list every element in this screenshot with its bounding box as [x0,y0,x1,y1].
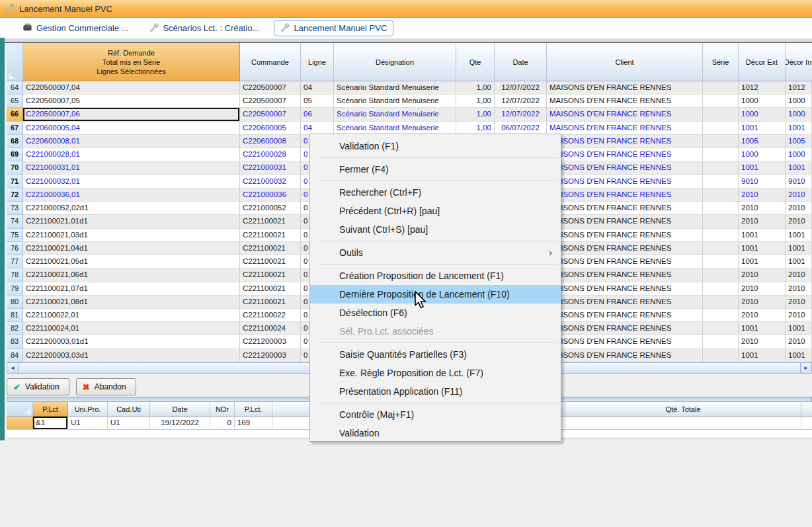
cell-commande[interactable]: C220500007 [240,95,301,108]
cell-decor_ext[interactable]: 1001 [739,349,786,362]
scroll-left-button[interactable]: ◄ [7,363,19,373]
row-number[interactable]: 77 [7,255,23,268]
cell-ref[interactable]: C221000052,02d1 [23,202,240,215]
cell-ref[interactable]: C221100021,08d1 [23,296,240,309]
column-header-nor[interactable]: NOr [210,402,235,417]
cell-client[interactable]: MAISONS D'EN FRANCE RENNES [547,95,703,108]
row-number[interactable] [7,417,33,430]
menu-item[interactable]: Création Proposition de Lancement (F1) [310,266,561,285]
menu-item[interactable]: Présentation Application (F11) [310,382,561,401]
cell-decor_int[interactable]: 2010 [786,215,812,228]
column-header-qte[interactable]: Qte [456,43,495,81]
cell-ref[interactable]: C221000031,01 [23,161,240,175]
row-number[interactable]: 83 [7,335,23,348]
cell-client[interactable]: MAISONS D'EN FRANCE RENNES [547,282,703,296]
cell-decor_ext[interactable]: 1005 [739,135,786,148]
column-header-client[interactable]: Client [547,43,703,81]
cell-commande[interactable]: C221000032 [240,175,301,188]
cell-decor_ext[interactable]: 1001 [739,122,786,135]
cell-client[interactable]: MAISONS D'EN FRANCE RENNES [547,255,703,268]
cell-client[interactable]: MAISONS D'EN FRANCE RENNES [547,309,703,322]
cell-commande[interactable]: C221100021 [240,255,301,268]
cell-decor_ext[interactable]: 1001 [739,161,786,175]
cell-serie[interactable] [703,95,739,108]
cell-decor_ext[interactable]: 2010 [739,282,786,296]
cell-designation[interactable]: Scénario Standard Menuiserie [334,81,456,95]
cell-decor_ext[interactable]: 2010 [739,188,786,202]
cell-ref[interactable]: C221100021,06d1 [23,268,240,282]
cell-decor_ext[interactable]: 2010 [739,296,786,309]
menu-item[interactable]: Désélection (F6) [310,304,561,322]
cell-decor_ext[interactable]: 2010 [739,268,786,282]
column-header-ref-demande[interactable]: Réf. Demande Total mis en Série Lignes S… [23,43,240,81]
cell-ref[interactable]: C221100021,04d1 [23,242,240,255]
cell-ref[interactable]: C221100021,07d1 [23,282,240,296]
cell-date[interactable]: 12/07/2022 [495,81,547,95]
cell-serie[interactable] [703,108,739,121]
cell-client[interactable]: MAISONS D'EN FRANCE RENNES [547,349,703,362]
cell-decor_int[interactable]: 2010 [786,188,812,202]
cell-commande[interactable]: C221100021 [240,242,301,255]
cell-client[interactable]: MAISONS D'EN FRANCE RENNES [547,122,703,135]
cell-commande[interactable]: C221100024 [240,322,301,335]
cell-decor_int[interactable]: 1012 [786,81,812,95]
cell-qte-totale[interactable] [565,417,801,430]
tab-scenarios-lct[interactable]: Scénarios Lct. : Créatio... [143,20,266,36]
cell-plct2[interactable]: 169 [235,417,272,430]
cell-client[interactable]: MAISONS D'EN FRANCE RENNES [547,322,703,335]
cell-decor_int[interactable]: 2010 [786,309,812,322]
cell-decor_int[interactable]: 1001 [786,122,812,135]
cell-decor_ext[interactable]: 1001 [739,322,786,335]
row-number[interactable]: 68 [7,135,23,148]
cell-decor_int[interactable]: 9010 [786,175,812,188]
row-number[interactable]: 75 [7,229,23,242]
cell-serie[interactable] [703,122,739,135]
cell-commande[interactable]: C221200003 [240,349,301,362]
cell-commande[interactable]: C221100021 [240,229,301,242]
cell-serie[interactable] [703,309,739,322]
cell-decor_int[interactable]: 1000 [786,95,812,108]
cell-decor_ext[interactable]: 1001 [739,242,786,255]
cell-plct[interactable]: &1 [33,417,68,430]
cell-client[interactable]: MAISONS D'EN FRANCE RENNES [547,108,703,121]
column-header-plct2[interactable]: P.Lct. [235,402,272,417]
tab-lancement-manuel-pvc[interactable]: Lancement Manuel PVC [274,20,393,36]
cell-decor_ext[interactable]: 2010 [739,335,786,348]
cell-client[interactable]: MAISONS D'EN FRANCE RENNES [547,148,703,161]
cell-ref[interactable]: C221100021,03d1 [23,229,240,242]
cell-client[interactable]: MAISONS D'EN FRANCE RENNES [547,188,703,202]
menu-item[interactable]: Fermer (F4) [310,160,561,179]
cell-commande[interactable]: C221100021 [240,215,301,228]
cell-ligne[interactable]: 06 [301,108,334,121]
cell-decor_int[interactable]: 1001 [786,242,812,255]
cell-client[interactable]: MAISONS D'EN FRANCE RENNES [547,335,703,348]
cell-date[interactable]: 12/07/2022 [495,108,547,121]
cell-serie[interactable] [703,268,739,282]
column-header-unipro[interactable]: Uni.Pro. [68,402,108,417]
menu-item[interactable]: Contrôle (Maj+F1) [310,405,561,424]
row-number[interactable]: 81 [7,309,23,322]
column-header-date[interactable]: Date [495,43,547,81]
cell-decor_int[interactable]: 2010 [786,268,812,282]
menu-item[interactable]: Validation [310,424,561,442]
cell-designation[interactable]: Scénario Standard Menuiserie [334,108,456,121]
cell-commande[interactable]: C221100021 [240,282,301,296]
column-header-ligne[interactable]: Ligne [301,43,334,81]
cell-ref[interactable]: C220600008,01 [23,135,240,148]
cell-ref[interactable]: C221100022,01 [23,309,240,322]
cell-client[interactable]: MAISONS D'EN FRANCE RENNES [547,268,703,282]
row-number[interactable]: 71 [7,175,23,188]
tab-gestion-commerciale[interactable]: Gestion Commerciale ... [16,20,135,36]
cell-commande[interactable]: C221000028 [240,148,301,161]
cell-nor[interactable]: 0 [210,417,235,430]
row-number[interactable]: 76 [7,242,23,255]
cell-decor_int[interactable]: 1001 [786,255,812,268]
cell-date[interactable]: 06/07/2022 [495,122,547,135]
cell-commande[interactable]: C221000052 [240,202,301,215]
corner-select-all-cell[interactable] [7,402,33,417]
row-number[interactable]: 82 [7,322,23,335]
cell-commande[interactable]: C221200003 [240,335,301,348]
cell-ligne[interactable]: 04 [301,81,334,95]
cell-ref[interactable]: C221000032,01 [23,175,240,188]
column-header-qte-totale[interactable]: Qté. Totale [565,402,801,417]
